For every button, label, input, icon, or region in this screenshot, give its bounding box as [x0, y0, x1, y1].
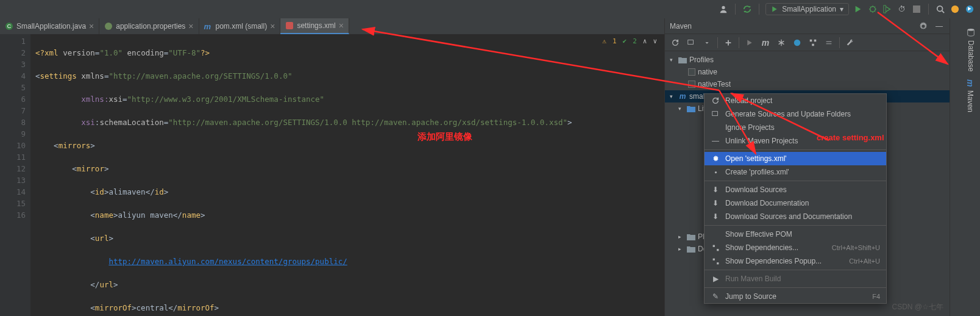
svg-point-23	[968, 29, 975, 31]
close-icon[interactable]: ×	[339, 21, 344, 31]
maven-m-icon: m	[965, 79, 975, 87]
svg-rect-10	[286, 22, 293, 29]
tab-application-properties[interactable]: application.properties ×	[99, 18, 199, 34]
toggle-skip-tests-icon[interactable]	[790, 36, 804, 49]
search-icon[interactable]	[935, 4, 946, 15]
svg-point-5	[951, 5, 959, 13]
add-icon[interactable]	[722, 36, 735, 49]
svg-rect-14	[814, 39, 817, 41]
ctx-jump[interactable]: ✎Jump to SourceF4	[705, 290, 886, 303]
folder-icon	[687, 232, 695, 241]
close-icon[interactable]: ×	[89, 21, 94, 31]
tab-label: application.properties	[116, 22, 185, 31]
ide-errors-icon[interactable]	[964, 4, 975, 15]
ctx-reload[interactable]: Reload project	[705, 94, 886, 107]
maven-tool-tab[interactable]: m Maven	[963, 73, 978, 118]
database-tool-tab[interactable]: Database	[964, 22, 978, 77]
gutter: 1234 5678 9101112 13141516	[0, 34, 30, 316]
maven-title: Maven	[670, 22, 692, 31]
toggle-offline-icon[interactable]	[775, 36, 788, 49]
chevron-up-icon[interactable]: ∧	[643, 35, 647, 47]
debug-button[interactable]	[867, 4, 878, 15]
tab-label: pom.xml (small)	[216, 22, 268, 31]
java-class-icon: C	[5, 22, 13, 31]
svg-rect-13	[810, 39, 812, 41]
ide-updates-icon[interactable]	[950, 4, 960, 15]
chevron-down-icon[interactable]: ∨	[653, 35, 657, 47]
graph-icon	[711, 244, 720, 252]
svg-rect-22	[717, 262, 719, 264]
editor[interactable]: 1234 5678 9101112 13141516 <?xml version…	[0, 34, 664, 316]
svg-rect-2	[884, 5, 886, 13]
edit-icon: ✎	[711, 292, 720, 301]
show-deps-icon[interactable]	[806, 36, 820, 49]
stop-button[interactable]	[911, 4, 922, 15]
maven-file-icon: m	[204, 22, 213, 31]
svg-point-18	[714, 171, 716, 173]
tab-pom-xml[interactable]: m pom.xml (small) ×	[199, 18, 281, 34]
ctx-download-both[interactable]: ⬇Download Sources and Documentation	[705, 210, 886, 223]
dropdown-icon: ▾	[840, 5, 843, 13]
reload-icon[interactable]	[669, 36, 682, 49]
context-menu: Reload project Generate Sources and Upda…	[704, 93, 887, 304]
gear-icon	[711, 168, 720, 176]
ctx-show-deps-popup[interactable]: Show Dependencies Popup...Ctrl+Alt+U	[705, 254, 886, 268]
run-maven-icon[interactable]	[743, 36, 756, 49]
ctx-download-sources[interactable]: ⬇Download Sources	[705, 183, 886, 196]
profile-button[interactable]: ⏱	[897, 4, 907, 15]
svg-rect-16	[712, 112, 718, 116]
play-icon: ▶	[711, 275, 720, 283]
svg-rect-20	[717, 249, 719, 251]
svg-point-0	[722, 6, 725, 9]
folder-icon	[687, 104, 695, 113]
run-button[interactable]	[853, 4, 864, 15]
graph-icon	[711, 257, 720, 265]
ctx-create-profiles[interactable]: Create 'profiles.xml'	[705, 165, 886, 179]
inspection-widget[interactable]: ⚠1 ✔2 ∧ ∨	[602, 35, 657, 47]
coverage-button[interactable]	[882, 4, 893, 15]
warning-icon: ⚠	[602, 35, 606, 47]
sync-icon[interactable]	[742, 4, 753, 15]
watermark: CSDN @☆七年	[892, 302, 943, 312]
ctx-show-deps[interactable]: Show Dependencies...Ctrl+Alt+Shift+U	[705, 241, 886, 254]
download-icon: ⬇	[711, 212, 720, 221]
download-icon[interactable]	[700, 36, 714, 49]
ctx-open-settings[interactable]: Open 'settings.xml'	[705, 152, 886, 165]
checkbox[interactable]	[688, 68, 695, 76]
code-content[interactable]: <?xml version="1.0" encoding="UTF-8"?> <…	[30, 34, 664, 316]
tree-profiles[interactable]: ▾Profiles	[665, 54, 950, 66]
minimize-icon[interactable]: —	[934, 21, 945, 32]
maven-m-icon[interactable]: m	[759, 36, 772, 49]
gear-icon[interactable]	[918, 21, 929, 32]
generate-icon[interactable]	[684, 36, 698, 49]
xml-file-icon	[285, 21, 294, 30]
ctx-unlink[interactable]: —Unlink Maven Projects	[705, 134, 886, 148]
run-config-selector[interactable]: SmallApplication ▾	[765, 3, 849, 15]
ctx-effective-pom[interactable]: Show Effective POM	[705, 228, 886, 241]
checkbox[interactable]	[688, 81, 695, 88]
wrench-icon[interactable]	[843, 36, 857, 49]
tab-settings-xml[interactable]: settings.xml ×	[280, 18, 349, 34]
properties-icon	[104, 22, 113, 31]
reload-icon	[711, 96, 720, 105]
editor-tabs: C SmallApplication.java × application.pr…	[0, 18, 664, 34]
maven-header: Maven —	[665, 18, 950, 34]
tab-small-application[interactable]: C SmallApplication.java ×	[0, 18, 99, 34]
ctx-download-docs[interactable]: ⬇Download Documentation	[705, 196, 886, 210]
tree-native[interactable]: native	[665, 66, 950, 78]
tree-native-test[interactable]: nativeTest	[665, 78, 950, 90]
svg-point-9	[105, 23, 112, 30]
collapse-icon[interactable]	[822, 36, 836, 49]
svg-text:C: C	[7, 23, 12, 29]
folder-icon	[678, 56, 687, 64]
close-icon[interactable]: ×	[270, 21, 275, 31]
svg-rect-3	[913, 5, 920, 13]
close-icon[interactable]: ×	[188, 21, 193, 31]
right-tool-strip: Database m Maven	[950, 18, 980, 316]
svg-rect-15	[812, 43, 814, 46]
maven-project-icon: m	[678, 92, 687, 101]
svg-rect-19	[712, 245, 714, 246]
ctx-ignore[interactable]: Ignore Projects	[705, 121, 886, 134]
user-icon[interactable]	[718, 4, 729, 15]
ctx-generate[interactable]: Generate Sources and Update Folders	[705, 107, 886, 121]
